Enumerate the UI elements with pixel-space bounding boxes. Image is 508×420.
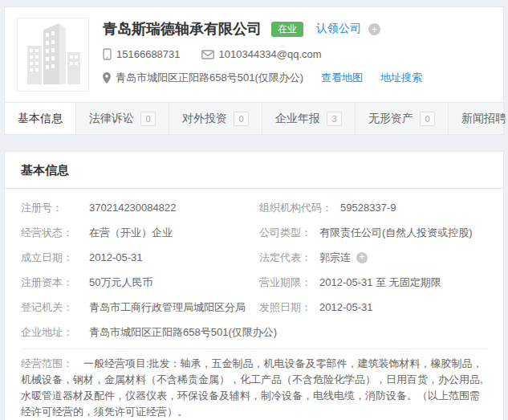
field-business-term: 营业期限： 2012-05-31 至 无固定期限: [259, 270, 487, 295]
field-label: 公司类型：: [259, 220, 311, 245]
tab-annual-report[interactable]: 企业年报 3: [262, 103, 356, 134]
status-badge: 在业: [271, 22, 303, 37]
plus-circle-icon[interactable]: +: [356, 252, 368, 263]
field-value: 50万元人民币: [89, 270, 152, 295]
field-registration-number: 注册号： 370214230084822: [21, 195, 259, 220]
field-legal-representative: 法定代表： 郭宗连 +: [259, 245, 487, 270]
field-label: 发照日期：: [259, 295, 311, 320]
phone-number: 15166688731: [116, 48, 181, 60]
plus-circle-icon[interactable]: +: [368, 23, 380, 35]
email-item: 1010344334@qq.com: [201, 48, 322, 60]
tab-outbound-investment[interactable]: 对外投资 0: [169, 103, 262, 134]
field-label: 经营范围：: [21, 357, 73, 369]
field-license-issue-date: 发照日期： 2012-05-31: [259, 295, 487, 320]
field-label: 登记机关：: [21, 295, 81, 320]
field-label: 组织机构代码：: [259, 195, 332, 220]
claim-company-link[interactable]: 认领公司: [316, 22, 361, 36]
phone-item: 15166688731: [103, 48, 181, 60]
field-value: 2012-05-31 至 无固定期限: [319, 270, 441, 295]
tab-label: 法律诉讼: [89, 112, 134, 126]
field-operating-status: 经营状态： 在营（开业）企业: [21, 220, 259, 245]
company-address: 青岛市城阳区正阳路658号501(仅限办公): [116, 71, 303, 85]
table-row: 企业地址： 青岛市城阳区正阳路658号501(仅限办公): [5, 320, 503, 345]
section-title: 基本信息: [5, 152, 503, 189]
field-label: 经营状态：: [21, 220, 81, 245]
field-value: 青岛市城阳区正阳路658号501(仅限办公): [89, 320, 277, 345]
tab-bar: 基本信息 法律诉讼 0 对外投资 0 企业年报 3 无形资产 0 新闻招聘 0: [5, 102, 503, 134]
table-row: 登记机关： 青岛市工商行政管理局城阳区分局 发照日期： 2012-05-31: [5, 295, 503, 320]
field-label: 法定代表：: [259, 245, 311, 270]
tab-legal-litigation[interactable]: 法律诉讼 0: [76, 103, 169, 134]
tab-count-badge: 0: [420, 112, 435, 126]
field-registration-authority: 登记机关： 青岛市工商行政管理局城阳区分局: [21, 295, 259, 320]
field-label: 成立日期：: [21, 245, 81, 270]
business-scope-text: 一般经营项目:批发：轴承，五金制品，机电设备及零部件，建筑装饰材料，橡胶制品，机…: [21, 357, 483, 418]
field-value: 2012-05-31: [89, 245, 143, 270]
table-row: 注册号： 370214230084822 组织机构代码： 59528337-9: [5, 195, 503, 220]
field-value: 370214230084822: [89, 195, 176, 220]
address-item: 青岛市城阳区正阳路658号501(仅限办公): [103, 71, 303, 85]
tab-basic-info[interactable]: 基本信息: [5, 103, 76, 134]
address-search-link[interactable]: 地址搜索: [380, 71, 422, 85]
field-company-type: 公司类型： 有限责任公司(自然人投资或控股): [259, 220, 487, 245]
building-icon: [24, 22, 82, 88]
field-value: 青岛市工商行政管理局城阳区分局: [89, 295, 246, 320]
field-label: 注册号：: [21, 195, 81, 220]
email-address: 1010344334@qq.com: [219, 48, 322, 60]
location-pin-icon: [103, 72, 111, 84]
table-row: 经营状态： 在营（开业）企业 公司类型： 有限责任公司(自然人投资或控股): [5, 220, 503, 245]
field-establish-date: 成立日期： 2012-05-31: [21, 245, 259, 270]
field-value: 2012-05-31: [319, 295, 373, 320]
tab-label: 企业年报: [275, 112, 320, 126]
basic-info-card: 基本信息 注册号： 370214230084822 组织机构代码： 595283…: [4, 151, 504, 420]
tab-news-recruitment[interactable]: 新闻招聘 0: [449, 103, 508, 134]
field-label: 营业期限：: [259, 270, 311, 295]
tab-count-badge: 0: [140, 112, 156, 126]
tab-label: 基本信息: [18, 112, 63, 126]
tab-label: 新闻招聘: [461, 112, 506, 126]
field-company-address: 企业地址： 青岛市城阳区正阳路658号501(仅限办公): [21, 320, 487, 345]
table-row: 成立日期： 2012-05-31 法定代表： 郭宗连 +: [5, 245, 503, 270]
envelope-icon: [201, 50, 214, 59]
tab-label: 对外投资: [182, 112, 227, 126]
field-value: 有限责任公司(自然人投资或控股): [319, 220, 473, 245]
tab-count-badge: 3: [327, 112, 342, 126]
table-row: 注册资本： 50万元人民币 营业期限： 2012-05-31 至 无固定期限: [5, 270, 503, 295]
company-name: 青岛斯瑞德轴承有限公司: [103, 20, 262, 38]
tab-label: 无形资产: [368, 112, 413, 126]
field-registered-capital: 注册资本： 50万元人民币: [21, 270, 259, 295]
company-logo: [17, 18, 89, 92]
company-header-card: 青岛斯瑞德轴承有限公司 在业 认领公司 + 15166688731 101034…: [4, 6, 504, 135]
field-business-scope: 经营范围：一般经营项目:批发：轴承，五金制品，机电设备及零部件，建筑装饰材料，橡…: [5, 349, 503, 420]
phone-icon: [103, 48, 112, 60]
tab-intangible-assets[interactable]: 无形资产 0: [356, 103, 449, 134]
field-label: 企业地址：: [21, 320, 81, 345]
field-value: 在营（开业）企业: [89, 220, 173, 245]
field-value: 59528337-9: [340, 195, 396, 220]
view-map-link[interactable]: 查看地图: [321, 71, 363, 85]
tab-count-badge: 0: [234, 112, 249, 126]
legal-representative-link[interactable]: 郭宗连: [319, 245, 351, 270]
field-organization-code: 组织机构代码： 59528337-9: [259, 195, 487, 220]
info-table: 注册号： 370214230084822 组织机构代码： 59528337-9 …: [5, 189, 503, 345]
field-label: 注册资本：: [21, 270, 81, 295]
